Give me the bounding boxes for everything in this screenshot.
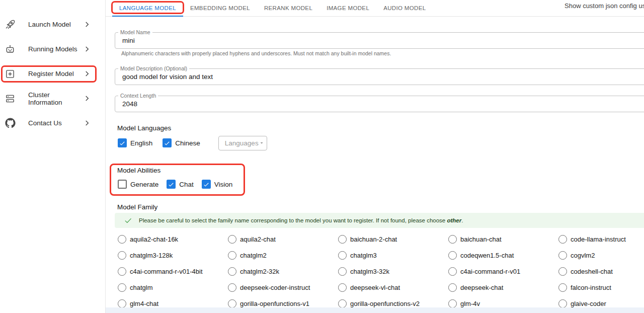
cluster-icon xyxy=(4,93,16,105)
radio-icon xyxy=(558,299,567,308)
languages-select[interactable]: Languages xyxy=(218,136,267,150)
model-family-option[interactable]: chatglm2 xyxy=(228,247,338,263)
option-label: code-llama-instruct xyxy=(571,236,626,243)
model-family-option[interactable]: codeshell-chat xyxy=(558,263,644,279)
model-family-option[interactable]: aquila2-chat xyxy=(228,231,338,247)
model-family-option[interactable]: chatglm2-32k xyxy=(228,263,338,279)
tab-label: IMAGE MODEL xyxy=(327,5,369,11)
radio-icon xyxy=(228,283,236,292)
sidebar-item-launch-model[interactable]: Launch Model xyxy=(0,12,105,37)
radio-icon xyxy=(228,299,236,308)
model-family-option[interactable]: codeqwen1.5-chat xyxy=(448,247,558,263)
option-label: chatglm xyxy=(130,284,153,291)
model-description-value: good model for vision and text xyxy=(115,69,644,85)
checkbox-label: Chinese xyxy=(175,139,200,147)
model-family-option[interactable]: deepseek-chat xyxy=(448,279,558,295)
checkbox-icon xyxy=(118,180,127,189)
model-name-helper: Alphanumeric characters with properly pl… xyxy=(121,50,391,56)
model-family-option[interactable]: baichuan-2-chat xyxy=(338,231,448,247)
option-label: chatglm3 xyxy=(350,252,377,259)
model-family-option[interactable]: chatglm3-128k xyxy=(118,247,228,263)
context-length-field[interactable]: Context Length 2048 xyxy=(115,96,644,112)
option-label: glaive-coder xyxy=(571,300,606,307)
radio-icon xyxy=(448,251,457,260)
option-label: baichuan-chat xyxy=(460,236,502,243)
option-label: falcon-instruct xyxy=(571,284,611,291)
chevron-right-icon xyxy=(83,94,91,103)
option-label: codeshell-chat xyxy=(571,268,613,275)
model-family-option[interactable]: chatglm3-32k xyxy=(338,263,448,279)
sidebar-item-label: Cluster Information xyxy=(28,91,83,106)
model-family-heading: Model Family xyxy=(117,203,157,211)
sidebar-item-register-model[interactable]: Register Model xyxy=(0,61,105,86)
sidebar-item-running-models[interactable]: Running Models xyxy=(0,37,105,61)
model-abilities-heading: Model Abilities xyxy=(117,167,160,174)
sidebar-item-contact-us[interactable]: Contact Us xyxy=(0,111,105,135)
option-label: c4ai-command-r-v01-4bit xyxy=(130,268,203,275)
model-name-value: mini xyxy=(115,33,644,48)
model-family-option[interactable]: code-llama-instruct xyxy=(558,231,644,247)
model-languages-heading: Model Languages xyxy=(117,124,171,132)
tab[interactable]: EMBEDDING MODEL xyxy=(183,0,257,16)
option-label: gorilla-openfunctions-v2 xyxy=(350,300,420,307)
radio-icon xyxy=(118,235,126,244)
option-label: chatglm2 xyxy=(240,252,267,259)
model-name-label: Model Name xyxy=(118,29,152,35)
tab[interactable]: LANGUAGE MODEL xyxy=(112,0,183,16)
model-languages-group: English Chinese Languages xyxy=(118,135,267,150)
sidebar: Launch Model Running Models xyxy=(0,0,106,313)
sidebar-item-cluster-information[interactable]: Cluster Information xyxy=(0,86,105,111)
radio-icon xyxy=(448,267,457,276)
model-name-field[interactable]: Model Name mini xyxy=(115,32,644,49)
radio-icon xyxy=(448,299,457,308)
model-abilities-group: Generate Chat Vision xyxy=(118,177,240,192)
tab[interactable]: IMAGE MODEL xyxy=(319,0,376,16)
check-icon xyxy=(124,216,132,225)
radio-icon xyxy=(118,251,126,260)
model-family-option[interactable]: falcon-instruct xyxy=(558,279,644,295)
model-family-option[interactable]: c4ai-command-r-v01-4bit xyxy=(118,263,228,279)
model-family-option[interactable]: deepseek-coder-instruct xyxy=(228,279,338,295)
checkbox-label: Generate xyxy=(130,181,158,188)
github-icon xyxy=(4,117,16,129)
tab[interactable]: RERANK MODEL xyxy=(257,0,319,16)
checkbox-icon xyxy=(118,138,127,147)
dropdown-caret-icon xyxy=(259,138,265,148)
model-family-option[interactable]: c4ai-command-r-v01 xyxy=(448,263,558,279)
ability-checkbox[interactable]: Vision xyxy=(202,180,233,189)
option-label: glm4-chat xyxy=(130,300,158,307)
ability-checkbox[interactable]: Generate xyxy=(118,180,158,189)
radio-icon xyxy=(338,235,347,244)
chevron-right-icon xyxy=(83,20,91,29)
model-description-field[interactable]: Model Description (Optional) good model … xyxy=(115,68,644,85)
tab[interactable]: AUDIO MODEL xyxy=(376,0,433,16)
checkbox-icon xyxy=(163,138,172,147)
radio-icon xyxy=(448,235,457,244)
chevron-right-icon xyxy=(83,45,91,53)
sidebar-item-label: Contact Us xyxy=(28,119,62,127)
model-family-option[interactable]: chatglm3 xyxy=(338,247,448,263)
model-family-option[interactable]: cogvlm2 xyxy=(558,247,644,263)
model-family-option[interactable]: baichuan-chat xyxy=(448,231,558,247)
ability-checkbox[interactable]: Chat xyxy=(167,180,194,189)
main-content: LANGUAGE MODEL EMBEDDING MODEL RERANK MO… xyxy=(106,0,644,313)
model-family-option[interactable]: chatglm xyxy=(118,279,228,295)
model-family-option[interactable]: deepseek-vl-chat xyxy=(338,279,448,295)
checkbox-label: Chat xyxy=(179,181,194,188)
option-label: deepseek-coder-instruct xyxy=(240,284,310,291)
model-family-option[interactable]: aquila2-chat-16k xyxy=(118,231,228,247)
language-checkbox[interactable]: English xyxy=(118,138,152,147)
radio-icon xyxy=(558,283,567,292)
language-checkbox[interactable]: Chinese xyxy=(163,138,200,147)
checkbox-icon xyxy=(167,180,176,189)
show-json-config-link[interactable]: Show custom json config used b xyxy=(565,2,644,10)
option-label: gorilla-openfunctions-v1 xyxy=(240,300,309,307)
option-label: codeqwen1.5-chat xyxy=(460,252,514,259)
tab-label: EMBEDDING MODEL xyxy=(190,5,250,11)
languages-select-placeholder: Languages xyxy=(225,139,259,147)
radio-icon xyxy=(558,267,567,276)
family-notice-banner: Please be careful to select the family n… xyxy=(115,213,644,228)
checkbox-label: Vision xyxy=(214,181,233,188)
bottom-strip xyxy=(106,307,644,313)
radio-icon xyxy=(448,283,457,292)
